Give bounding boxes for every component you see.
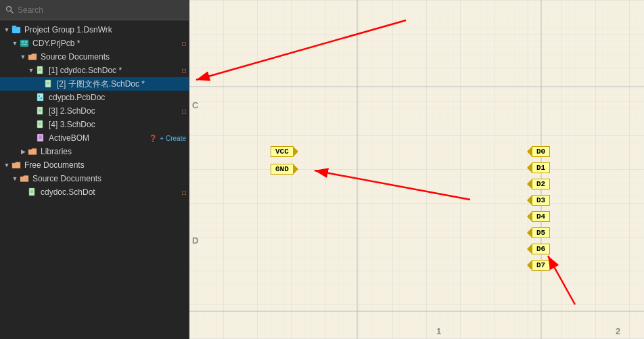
chevron-libraries: [19, 148, 27, 155]
d3-component[interactable]: D3: [532, 195, 550, 206]
d0-component[interactable]: D0: [532, 146, 550, 157]
gnd-label: GND: [271, 164, 294, 175]
free-documents-label: Free Documents: [24, 160, 186, 170]
2-schdoc-label: [3] 2.SchDoc: [49, 106, 181, 116]
svg-line-1: [11, 10, 13, 12]
zitu-schdoc-label: [2] 子图文件名.SchDoc *: [57, 78, 186, 90]
d2-component[interactable]: D2: [532, 179, 550, 189]
d1-label: D1: [532, 162, 550, 173]
chevron-free-docs: [3, 162, 11, 168]
cdy-prjpcb-label: CDY.PrjPcb *: [32, 39, 181, 48]
svg-rect-7: [22, 44, 27, 45]
svg-line-38: [196, 20, 406, 80]
svg-rect-32: [189, 0, 644, 339]
project-icon: [11, 24, 22, 35]
search-input[interactable]: [18, 5, 183, 15]
folder-icon-3: [11, 160, 22, 171]
row-label-d: D: [192, 235, 198, 246]
svg-rect-14: [37, 93, 43, 101]
tree-item-libraries[interactable]: Libraries: [0, 145, 189, 158]
2schdoc-badge: □: [182, 108, 186, 115]
annotation-arrows: [189, 0, 644, 339]
left-panel: Project Group 1.DsnWrk CDY.PrjPcb * □ So…: [0, 0, 189, 339]
grid-background: [189, 0, 644, 339]
chevron-source-docs-2: [11, 175, 19, 182]
svg-rect-3: [12, 26, 16, 28]
bom-icon: [35, 133, 46, 143]
svg-rect-11: [45, 80, 51, 87]
pcbdoc-icon: [35, 92, 46, 103]
d2-label: D2: [532, 179, 550, 189]
tree-item-cdypcb[interactable]: cdypcb.PcbDoc: [0, 91, 189, 104]
d6-label: D6: [532, 244, 550, 254]
source-docs-2-label: Source Documents: [32, 174, 186, 183]
tree-item-cdydoc-schdot[interactable]: cdydoc.SchDot □: [0, 185, 189, 199]
schdot-badge: □: [182, 189, 186, 196]
col-label-2: 2: [616, 326, 620, 336]
activebom-create[interactable]: + Create: [160, 135, 186, 142]
pcb-icon: [19, 38, 30, 49]
3-schdoc-label: [4] 3.SchDoc: [49, 120, 186, 129]
svg-line-39: [315, 171, 470, 200]
search-icon: [5, 5, 14, 15]
tree-item-source-docs-2[interactable]: Source Documents: [0, 172, 189, 185]
tree-item-cdydoc-schdoc[interactable]: [1] cdydoc.SchDoc * □: [0, 64, 189, 77]
svg-rect-24: [37, 134, 43, 141]
d4-component[interactable]: D4: [532, 211, 550, 222]
svg-rect-18: [37, 107, 43, 114]
folder-icon-2: [27, 146, 38, 157]
gnd-component[interactable]: GND: [271, 164, 294, 175]
svg-rect-15: [39, 95, 40, 97]
svg-rect-28: [29, 188, 34, 196]
sch-icon-3: [35, 106, 46, 116]
canvas-area: C D 1 2 VCC GND D0 D1 D2 D3 D4 D5: [189, 0, 644, 339]
chevron-cdydoc: [27, 67, 35, 74]
d4-label: D4: [532, 211, 550, 222]
svg-rect-2: [12, 27, 20, 33]
tree-item-3-schdoc[interactable]: [4] 3.SchDoc: [0, 118, 189, 131]
sch-icon-1: [35, 65, 46, 76]
chevron-project-group: [3, 26, 11, 33]
chevron-cdy-prjpcb: [11, 40, 19, 47]
cdypcb-label: cdypcb.PcbDoc: [49, 93, 186, 102]
cdydoc-badge: □: [182, 67, 186, 74]
sch-icon-4: [35, 119, 46, 130]
activebom-question: ❓: [149, 135, 157, 142]
folder-icon-1: [27, 51, 38, 62]
sch-icon-5: [27, 187, 38, 198]
vcc-component[interactable]: VCC: [271, 146, 294, 157]
source-docs-1-label: Source Documents: [41, 52, 186, 62]
d5-label: D5: [532, 227, 550, 238]
tree-item-project-group[interactable]: Project Group 1.DsnWrk: [0, 23, 189, 37]
d7-component[interactable]: D7: [532, 260, 550, 271]
svg-rect-8: [37, 66, 43, 74]
cdydoc-schdoc-label: [1] cdydoc.SchDoc *: [49, 66, 181, 75]
cdydoc-schdot-label: cdydoc.SchDot: [41, 187, 181, 197]
d5-component[interactable]: D5: [532, 227, 550, 238]
row-label-c: C: [192, 100, 198, 110]
d0-label: D0: [532, 146, 550, 157]
tree-item-cdy-prjpcb[interactable]: CDY.PrjPcb * □: [0, 37, 189, 50]
tree-item-zitu-schdoc[interactable]: [2] 子图文件名.SchDoc *: [0, 77, 189, 91]
tree-item-free-documents[interactable]: Free Documents: [0, 158, 189, 172]
right-panel[interactable]: C D 1 2 VCC GND D0 D1 D2 D3 D4 D5: [189, 0, 644, 339]
svg-rect-6: [25, 41, 27, 43]
tree-item-2-schdoc[interactable]: [3] 2.SchDoc □: [0, 104, 189, 118]
svg-rect-4: [20, 40, 28, 47]
d7-label: D7: [532, 260, 550, 271]
tree-item-activebom[interactable]: ActiveBOM ❓ + Create: [0, 131, 189, 145]
search-bar[interactable]: [0, 0, 189, 20]
sch-icon-2: [43, 78, 54, 89]
svg-rect-21: [37, 120, 43, 128]
activebom-label: ActiveBOM: [49, 133, 147, 143]
tree-container: Project Group 1.DsnWrk CDY.PrjPcb * □ So…: [0, 20, 189, 339]
svg-rect-5: [22, 41, 24, 43]
cdy-prjpcb-badge: □: [182, 40, 186, 47]
tree-item-source-docs-1[interactable]: Source Documents: [0, 50, 189, 64]
d1-component[interactable]: D1: [532, 162, 550, 173]
chevron-source-docs-1: [19, 53, 27, 60]
libraries-label: Libraries: [41, 147, 186, 156]
project-group-label: Project Group 1.DsnWrk: [24, 25, 186, 35]
d6-component[interactable]: D6: [532, 244, 550, 254]
svg-line-40: [548, 256, 575, 304]
